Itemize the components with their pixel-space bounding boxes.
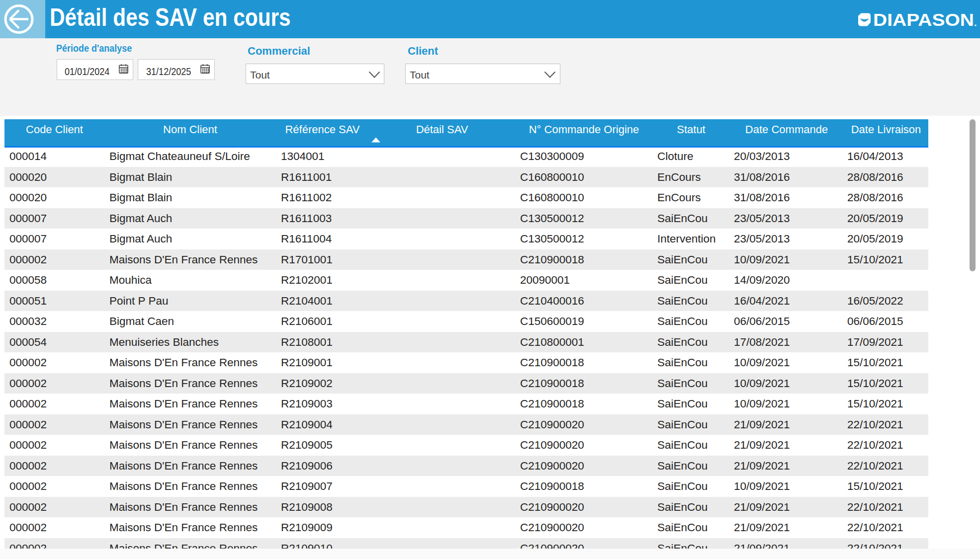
svg-text:DIAPASON: DIAPASON [873, 13, 974, 27]
